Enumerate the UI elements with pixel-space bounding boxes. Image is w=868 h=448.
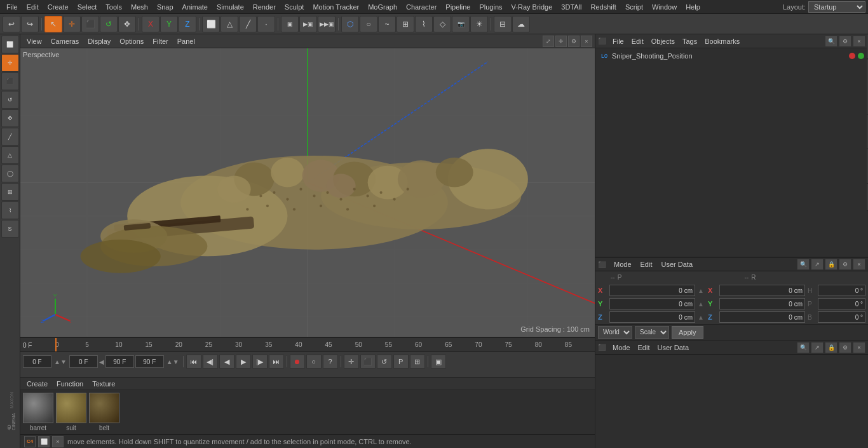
render-view-button[interactable]: ▣ [281,16,299,32]
x-axis-button[interactable]: X [142,16,159,32]
cube-button[interactable]: ⬡ [341,16,359,32]
material-barret[interactable]: barret [23,393,53,431]
obj-menu-edit[interactable]: Edit [628,36,647,46]
menu-edit[interactable]: Edit [23,2,43,12]
coord-z-rot[interactable] [719,311,805,323]
undo-button[interactable]: ↩ [3,16,20,32]
left-tool-7[interactable]: △ [1,146,19,164]
coord-lock-button[interactable]: 🔒 [825,259,837,270]
transform-tool-button[interactable]: ✥ [118,16,136,32]
coord-scale-dropdown[interactable]: Scale [635,326,669,339]
coord-menu-mode[interactable]: Mode [611,259,635,269]
coord-close-button[interactable]: × [853,259,865,270]
menu-render[interactable]: Render [249,2,280,12]
status-close-icon[interactable]: × [52,436,64,447]
coord-apply-button[interactable]: Apply [672,326,703,339]
help-button[interactable]: ? [323,355,338,369]
go-to-start-button[interactable]: ⏮ [186,355,201,369]
attr-lock-button[interactable]: 🔒 [825,342,837,353]
coord-h-val[interactable] [818,285,865,296]
go-to-end-button[interactable]: ⏭ [269,355,284,369]
redo-button[interactable]: ↪ [21,16,39,32]
left-tool-11[interactable]: S [1,220,19,238]
obj-search-button[interactable]: 🔍 [825,36,837,47]
left-tool-2[interactable]: ✛ [1,54,19,72]
record-button[interactable]: ⏺ [290,355,305,369]
menu-window[interactable]: Window [648,2,681,12]
menu-snap[interactable]: Snap [153,2,177,12]
left-tool-4[interactable]: ↺ [1,91,19,109]
vp-menu-options[interactable]: Options [116,36,147,46]
menu-vray[interactable]: V-Ray Bridge [508,2,557,12]
render-button[interactable]: ▶▶▣ [318,16,336,32]
viewport-canvas[interactable]: Y X Z Perspective Grid Spacing : 100 cm [20,48,595,337]
left-tool-6[interactable]: ╱ [1,128,19,146]
end-frame-input[interactable] [105,355,134,368]
menu-create[interactable]: Create [44,2,72,12]
vp-icon-move[interactable]: ✛ [555,36,567,47]
coord-x-rot[interactable] [719,285,805,296]
obj-menu-bookmarks[interactable]: Bookmarks [702,36,743,46]
obj-menu-tags[interactable]: Tags [679,36,700,46]
attr-close-button[interactable]: × [853,342,865,353]
menu-file[interactable]: File [3,2,22,12]
move-tool-button[interactable]: ✛ [63,16,81,32]
camera-button[interactable]: 📷 [452,16,470,32]
next-frame-button[interactable]: |▶ [252,355,268,369]
menu-animate[interactable]: Animate [179,2,212,12]
vp-menu-panel[interactable]: Panel [173,36,199,46]
obj-item-sniper[interactable]: L0 Sniper_Shooting_Position [597,50,867,62]
mograph-button[interactable]: ⊞ [397,16,414,32]
grid-key-button[interactable]: ⊞ [410,355,425,369]
timeline-ruler[interactable]: 0 F 051015202530354045505560657075808590 [20,338,595,352]
left-tool-9[interactable]: ⊞ [1,183,19,201]
params-button[interactable]: P [393,355,409,369]
play-forward-button[interactable]: ▶ [236,355,251,369]
move-key-button[interactable]: ✛ [344,355,359,369]
spline-button[interactable]: ~ [378,16,396,32]
object-mode-button[interactable]: ⬜ [202,16,220,32]
obj-close-button[interactable]: × [853,36,865,47]
rotate-tool-button[interactable]: ↺ [100,16,118,32]
vp-icon-expand[interactable]: ⤢ [543,36,554,47]
menu-mograph[interactable]: MoGraph [364,2,401,12]
vp-icon-close[interactable]: × [581,36,592,47]
material-suit[interactable]: suit [56,393,86,431]
mat-menu-create[interactable]: Create [23,379,51,389]
left-tool-1[interactable]: ⬜ [1,36,19,53]
vp-menu-display[interactable]: Display [84,36,114,46]
anim-mode-button[interactable]: ○ [306,355,322,369]
y-axis-button[interactable]: Y [160,16,178,32]
scene-button[interactable]: ◇ [433,16,451,32]
coord-p-val[interactable] [818,298,865,309]
material-belt[interactable]: belt [89,393,119,431]
menu-3dtall[interactable]: 3DTAll [557,2,585,12]
menu-motion-tracker[interactable]: Motion Tracker [309,2,363,12]
obj-config-button[interactable]: ⚙ [839,36,851,47]
select-tool-button[interactable]: ↖ [44,16,62,32]
rotate-key-button[interactable]: ↺ [377,355,392,369]
attr-menu-mode[interactable]: Mode [609,343,634,353]
left-tool-8[interactable]: ◯ [1,165,19,182]
menu-plugins[interactable]: Plugins [475,2,506,12]
deformer-button[interactable]: ⌇ [415,16,433,32]
obj-menu-objects[interactable]: Objects [648,36,678,46]
coord-arrow-button[interactable]: ↗ [811,259,824,270]
scale-tool-button[interactable]: ⬛ [81,16,99,32]
coord-y-rot[interactable] [719,298,805,309]
floor-button[interactable]: ⊟ [494,16,512,32]
left-tool-10[interactable]: ⌇ [1,201,19,219]
menu-tools[interactable]: Tools [102,2,126,12]
menu-simulate[interactable]: Simulate [213,2,248,12]
start-frame-input[interactable] [69,355,98,368]
coord-z-pos[interactable] [609,311,695,323]
play-reverse-button[interactable]: ◀ [219,355,234,369]
coord-menu-edit[interactable]: Edit [637,259,656,269]
attr-arrow-button[interactable]: ↗ [811,342,824,353]
menu-character[interactable]: Character [402,2,440,12]
current-frame-input[interactable] [23,355,51,368]
coord-menu-userdata[interactable]: User Data [658,259,696,269]
render-preview-button[interactable]: ▣ [431,355,446,369]
coord-search-button[interactable]: 🔍 [797,259,810,270]
menu-help[interactable]: Help [682,2,704,12]
